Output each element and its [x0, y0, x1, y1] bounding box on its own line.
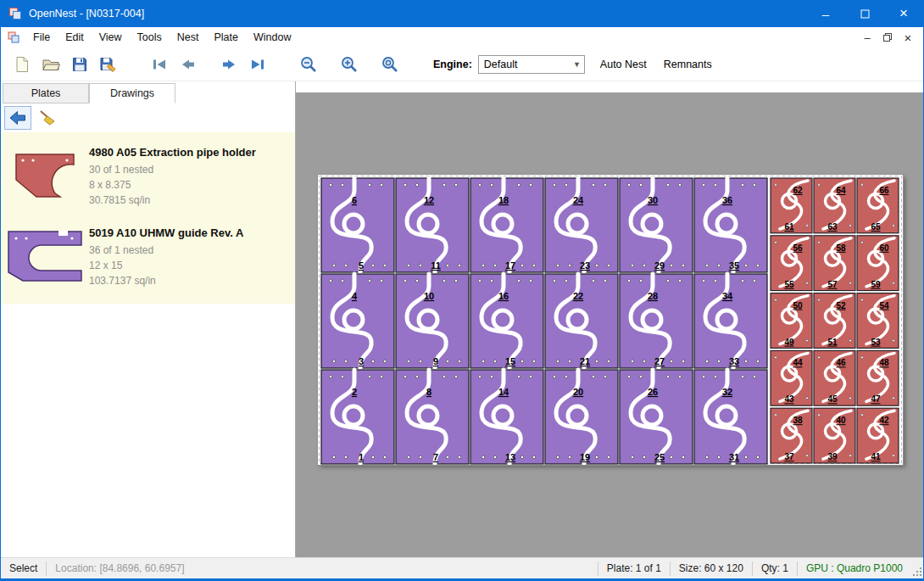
open-button[interactable]: [37, 51, 64, 78]
part-number: 23: [580, 260, 590, 271]
first-plate-button[interactable]: [146, 51, 173, 78]
nested-purple-pair-10-9[interactable]: 109: [396, 274, 469, 368]
nested-red-pair-40-39[interactable]: 4039: [814, 408, 855, 463]
nested-red-pair-42-41[interactable]: 4241: [857, 408, 899, 463]
drawing-title: 5019 A10 UHMW guide Rev. A: [89, 226, 243, 239]
plate[interactable]: 6512111817242330293635431091615222128273…: [318, 175, 903, 465]
chevron-down-icon[interactable]: ▼: [570, 56, 584, 73]
nested-purple-pair-22-21[interactable]: 2221: [545, 274, 618, 368]
new-button[interactable]: [8, 51, 36, 78]
menu-item-nest[interactable]: Nest: [170, 28, 207, 47]
app-window: OpenNest - [N0317-004] – × File Edit Vie…: [0, 0, 924, 581]
maximize-button[interactable]: [845, 0, 884, 27]
nested-purple-pair-12-11[interactable]: 1211: [396, 178, 469, 272]
nested-purple-pair-16-15[interactable]: 1615: [470, 274, 543, 368]
part-number: 42: [879, 416, 889, 425]
part-number: 60: [879, 243, 889, 253]
part-number: 58: [836, 243, 846, 253]
part-number: 10: [424, 291, 434, 301]
mdi-close-button[interactable]: ×: [899, 30, 916, 45]
drawing-item-uhmw-guide[interactable]: 5019 A10 UHMW guide Rev. A 36 of 1 neste…: [1, 216, 295, 297]
drawing-item-extraction-pipe-holder[interactable]: 4980 A05 Extraction pipe holder 30 of 1 …: [1, 136, 295, 216]
import-drawing-button[interactable]: [4, 106, 31, 130]
part-number: 57: [827, 280, 838, 289]
menu-item-edit[interactable]: Edit: [58, 28, 92, 47]
menu-item-view[interactable]: View: [92, 28, 130, 47]
nested-purple-pair-26-25[interactable]: 2625: [620, 370, 693, 464]
open-icon: [42, 56, 60, 73]
menu-item-window[interactable]: Window: [246, 28, 298, 47]
nested-red-pair-60-59[interactable]: 6059: [857, 236, 899, 291]
part-number: 34: [722, 291, 733, 301]
zoom-fit-button[interactable]: [376, 51, 404, 78]
nested-red-pair-46-45[interactable]: 4645: [814, 350, 855, 405]
drawing-list: 4980 A05 Extraction pipe holder 30 of 1 …: [1, 132, 295, 557]
nested-purple-pair-8-7[interactable]: 87: [396, 370, 469, 464]
nested-purple-pair-24-23[interactable]: 2423: [545, 178, 618, 272]
clear-drawings-button[interactable]: [34, 106, 61, 130]
menu-item-file[interactable]: File: [25, 28, 58, 47]
previous-plate-button[interactable]: [175, 51, 202, 78]
red-part-thumbnail: [1, 142, 89, 208]
tab-plates[interactable]: Plates: [3, 83, 89, 103]
nested-purple-pair-18-17[interactable]: 1817: [470, 178, 543, 272]
nested-red-pair-58-57[interactable]: 5857: [814, 236, 855, 291]
part-number: 61: [784, 222, 794, 232]
nested-purple-pair-14-13[interactable]: 1413: [470, 370, 543, 464]
menu-item-tools[interactable]: Tools: [130, 28, 170, 47]
resize-grip[interactable]: [911, 558, 923, 578]
save-button[interactable]: [66, 51, 93, 78]
drawing-area: 103.7137 sq/in: [89, 273, 243, 288]
nested-red-pair-38-37[interactable]: 3837: [771, 408, 812, 463]
part-number: 43: [784, 394, 794, 404]
zoom-out-button[interactable]: [295, 51, 322, 78]
nested-purple-pair-4-3[interactable]: 43: [321, 274, 394, 368]
last-plate-button[interactable]: [244, 51, 271, 78]
menu-item-plate[interactable]: Plate: [206, 28, 246, 47]
left-panel: Plates Drawings: [1, 81, 296, 557]
titlebar: OpenNest - [N0317-004] – ×: [1, 0, 923, 27]
next-plate-button[interactable]: [215, 51, 242, 78]
auto-nest-button[interactable]: Auto Nest: [592, 52, 655, 77]
nested-red-pair-54-53[interactable]: 5453: [857, 293, 899, 349]
zoom-in-button[interactable]: [336, 51, 363, 78]
status-plate: Plate: 1 of 1: [598, 558, 670, 578]
part-number: 7: [433, 452, 438, 462]
nested-purple-pair-28-27[interactable]: 2827: [620, 274, 693, 368]
nested-purple-pair-2-1[interactable]: 21: [321, 370, 394, 464]
part-number: 18: [498, 195, 509, 205]
nested-red-pair-52-51[interactable]: 5251: [814, 293, 855, 349]
nest-canvas[interactable]: 6512111817242330293635431091615222128273…: [296, 81, 923, 557]
nested-purple-pair-32-31[interactable]: 3231: [694, 370, 767, 464]
nested-purple-pair-30-29[interactable]: 3029: [620, 178, 693, 272]
mdi-minimize-button[interactable]: –: [859, 30, 876, 45]
nested-red-pair-66-65[interactable]: 6665: [857, 178, 899, 233]
mdi-restore-button[interactable]: [879, 30, 896, 45]
part-number: 38: [793, 416, 803, 425]
nested-purple-pair-34-33[interactable]: 3433: [694, 274, 767, 368]
part-number: 12: [424, 195, 434, 205]
save-as-button[interactable]: [95, 51, 122, 78]
nested-purple-pair-36-35[interactable]: 3635: [694, 178, 767, 272]
engine-selected-value: Default: [484, 59, 518, 70]
app-icon: [8, 7, 22, 20]
nest-plate-svg[interactable]: 6512111817242330293635431091615222128273…: [318, 175, 903, 465]
remnants-button[interactable]: Remnants: [655, 52, 721, 77]
close-button[interactable]: ×: [884, 0, 923, 27]
part-number: 17: [505, 260, 515, 271]
nested-red-pair-64-63[interactable]: 6463: [814, 178, 855, 233]
minimize-button[interactable]: –: [806, 0, 845, 27]
tab-drawings[interactable]: Drawings: [89, 83, 175, 103]
nested-purple-pair-20-19[interactable]: 2019: [545, 370, 618, 464]
nested-purple-pair-6-5[interactable]: 65: [321, 178, 394, 272]
nested-red-pair-50-49[interactable]: 5049: [771, 293, 812, 349]
nested-red-pair-44-43[interactable]: 4443: [771, 350, 812, 405]
part-number: 8: [426, 387, 431, 397]
part-number: 59: [871, 280, 881, 289]
statusbar: Select Location: [84.8696, 60.6957] Plat…: [1, 557, 923, 578]
nested-red-pair-48-47[interactable]: 4847: [857, 350, 899, 405]
nested-red-pair-56-55[interactable]: 5655: [771, 236, 812, 291]
nested-red-pair-62-61[interactable]: 6261: [771, 178, 812, 233]
engine-select[interactable]: Default ▼: [478, 55, 585, 74]
part-number: 21: [580, 356, 590, 366]
